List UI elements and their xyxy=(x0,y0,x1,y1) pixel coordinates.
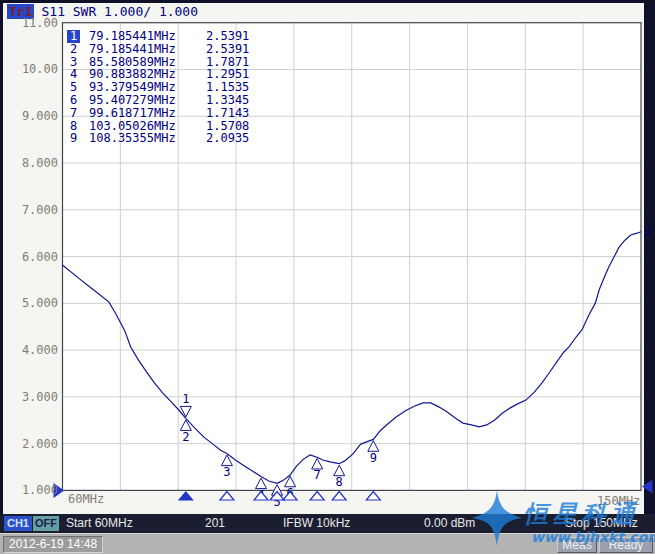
marker-table-row: 9108.35355MHz2.0935 xyxy=(67,132,249,145)
y-axis-tick-label: 7.000 xyxy=(10,203,58,217)
marker-number: 1 xyxy=(67,30,80,43)
output-power: 0.00 dBm xyxy=(424,514,475,533)
marker-frequency: 108.35355MHz xyxy=(89,132,206,145)
trace-end-label: 1 xyxy=(644,225,651,239)
marker-table-row: 179.185441MHz2.5391 xyxy=(67,30,249,43)
start-frequency: Start 60MHz xyxy=(66,514,133,533)
marker-number: 7 xyxy=(67,107,80,120)
sweep-points: 201 xyxy=(205,514,225,533)
taskbar: 2012-6-19 14:48 Meas Ready xyxy=(0,533,655,554)
marker-value: 1.3345 xyxy=(206,94,249,107)
datetime-button[interactable]: 2012-6-19 14:48 xyxy=(3,536,103,553)
x-stop-label: 150MHz xyxy=(597,494,640,508)
channel-state-badge[interactable]: OFF xyxy=(33,516,59,531)
y-axis-tick-label: 11.00 xyxy=(10,16,58,30)
ready-button[interactable]: Ready xyxy=(599,537,653,553)
y-axis-tick-label: 8.000 xyxy=(10,156,58,170)
channel-badge[interactable]: CH1 xyxy=(4,516,32,531)
marker-value: 2.5391 xyxy=(206,43,249,56)
x-start-label: 60MHz xyxy=(68,492,104,506)
y-axis-tick-label: 6.000 xyxy=(10,250,58,264)
measurement-title: S11 SWR 1.000/ 1.000 xyxy=(41,4,198,19)
y-axis-tick-label: 3.000 xyxy=(10,390,58,404)
y-axis-tick-label: 5.000 xyxy=(10,296,58,310)
marker-number: 2 xyxy=(67,43,80,56)
marker-table-row: 279.185441MHz2.5391 xyxy=(67,43,249,56)
vna-screen: Tr1 S11 SWR 1.000/ 1.000 11.0010.009.000… xyxy=(0,0,655,554)
y-axis-tick-label: 10.00 xyxy=(10,62,58,76)
marker-value: 1.7143 xyxy=(206,107,249,120)
if-bandwidth: IFBW 10kHz xyxy=(283,514,350,533)
marker-table: 179.185441MHz2.5391279.185441MHz2.539138… xyxy=(67,30,249,145)
marker-number: 9 xyxy=(67,132,80,145)
marker-number: 6 xyxy=(67,94,80,107)
y-axis-tick-label: 1.000 xyxy=(10,483,58,497)
marker-value: 2.5391 xyxy=(206,30,249,43)
marker-frequency: 95.407279MHz xyxy=(89,94,206,107)
y-axis-tick-label: 2.000 xyxy=(10,437,58,451)
y-axis-tick-label: 9.000 xyxy=(10,109,58,123)
marker-frequency: 99.618717MHz xyxy=(89,107,206,120)
y-axis-tick-label: 4.000 xyxy=(10,343,58,357)
marker-table-row: 799.618717MHz1.7143 xyxy=(67,107,249,120)
stop-frequency: Stop 150MHz xyxy=(565,514,638,533)
marker-frequency: 79.185441MHz xyxy=(89,30,206,43)
marker-frequency: 79.185441MHz xyxy=(89,43,206,56)
marker-value: 2.0935 xyxy=(206,132,249,145)
status-bar: CH1 OFF Start 60MHz 201 IFBW 10kHz 0.00 … xyxy=(0,514,655,533)
marker-table-row: 695.407279MHz1.3345 xyxy=(67,94,249,107)
meas-button[interactable]: Meas xyxy=(557,537,597,553)
